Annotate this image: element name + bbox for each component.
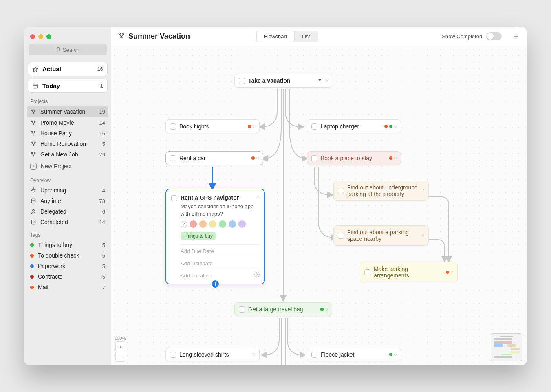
overview-count: 78 xyxy=(99,198,105,204)
tag-dot-icon xyxy=(320,308,324,311)
project-count: 29 xyxy=(99,152,105,158)
node-parking-nearby[interactable]: Find out about a parking space nearby xyxy=(333,225,429,246)
tag-dot-icon xyxy=(251,156,255,160)
node-travel-bag[interactable]: Get a large travel bag xyxy=(234,302,332,316)
checkbox-icon[interactable] xyxy=(338,233,344,239)
checkbox-icon[interactable] xyxy=(311,155,317,161)
node-shirts[interactable]: Long-sleeved shirts xyxy=(165,348,260,361)
node-label: Find out about underground parking at th… xyxy=(347,184,419,197)
minimap[interactable] xyxy=(491,333,522,361)
svg-point-25 xyxy=(119,33,121,34)
status-dot-icon xyxy=(423,189,424,192)
detail-note[interactable]: Maybe consider an iPhone app with offlin… xyxy=(181,203,259,217)
checkbox-icon[interactable] xyxy=(338,188,344,194)
star-icon xyxy=(32,66,38,72)
sidebar-tag-paperwork[interactable]: Paperwork 5 xyxy=(24,261,111,271)
location-icon xyxy=(317,77,322,84)
add-child-button[interactable]: + xyxy=(211,280,220,288)
nav-actual-label: Actual xyxy=(42,66,61,73)
svg-point-12 xyxy=(34,131,35,132)
checkbox-icon[interactable] xyxy=(239,78,245,84)
sidebar-item-upcoming[interactable]: Upcoming 4 xyxy=(24,185,111,196)
sidebar-tag-contracts[interactable]: Contracts 5 xyxy=(24,271,111,282)
checkbox-icon[interactable] xyxy=(364,269,370,275)
project-icon xyxy=(118,32,125,41)
sidebar-item-completed[interactable]: Completed 14 xyxy=(24,217,111,227)
project-label: House Party xyxy=(40,130,72,137)
view-flowchart-tab[interactable]: Flowchart xyxy=(257,31,294,42)
overview-count: 4 xyxy=(102,187,105,194)
svg-point-15 xyxy=(34,142,35,143)
overview-label: Completed xyxy=(40,219,68,225)
sidebar-tag-double-check[interactable]: To double check 5 xyxy=(24,250,111,261)
sidebar-item-home-renovation[interactable]: Home Renovation 5 xyxy=(24,139,111,149)
svg-marker-2 xyxy=(33,66,38,72)
sidebar-item-get-a-new-job[interactable]: Get a New Job 29 xyxy=(24,149,111,160)
add-location-field[interactable]: Add Location xyxy=(181,269,259,279)
color-orange-button[interactable] xyxy=(199,220,207,228)
search-input[interactable]: Search xyxy=(29,44,107,55)
nav-today[interactable]: Today 1 xyxy=(28,79,108,93)
node-take-a-vacation[interactable]: Take a vacation xyxy=(234,74,332,88)
checkbox-icon[interactable] xyxy=(170,352,176,358)
status-dot-icon xyxy=(394,353,397,356)
sidebar-item-house-party[interactable]: House Party 16 xyxy=(24,128,111,139)
sidebar-item-promo-movie[interactable]: Promo Movie 14 xyxy=(24,117,111,128)
gear-icon[interactable] xyxy=(253,271,260,280)
sidebar-item-anytime[interactable]: Anytime 78 xyxy=(24,196,111,206)
window-close-icon[interactable] xyxy=(30,34,35,39)
nav-actual-count: 16 xyxy=(97,66,103,72)
view-mode-toggle[interactable]: Flowchart List xyxy=(256,31,318,42)
window-zoom-icon[interactable] xyxy=(46,34,51,39)
show-completed-toggle[interactable]: Show Completed xyxy=(442,32,502,40)
window-minimize-icon[interactable] xyxy=(38,34,43,39)
zoom-in-button[interactable]: + xyxy=(115,341,125,351)
sidebar-tag-mail[interactable]: Mail 7 xyxy=(24,282,111,293)
zoom-out-button[interactable]: − xyxy=(115,352,125,362)
svg-point-9 xyxy=(34,121,35,122)
color-yellow-button[interactable] xyxy=(209,220,216,228)
svg-point-5 xyxy=(31,110,33,111)
color-none-icon[interactable]: ✓ xyxy=(181,221,187,227)
section-overview: Overview xyxy=(24,176,111,185)
checkbox-icon[interactable] xyxy=(170,123,176,130)
app-window: Search Actual 16 Today 1 Projects xyxy=(24,27,527,365)
svg-point-26 xyxy=(123,33,124,34)
svg-point-28 xyxy=(256,274,258,275)
new-project-button[interactable]: + New Project xyxy=(24,160,111,173)
checkbox-icon[interactable] xyxy=(311,352,317,358)
color-purple-button[interactable] xyxy=(238,220,246,228)
svg-point-13 xyxy=(33,134,34,135)
checkbox-icon[interactable] xyxy=(239,306,245,313)
tag-dot-icon xyxy=(30,275,34,279)
nav-actual[interactable]: Actual 16 xyxy=(28,62,108,76)
node-book-place[interactable]: Book a place to stay xyxy=(307,151,401,165)
sidebar-tag-things-to-buy[interactable]: Things to buy 5 xyxy=(24,240,111,250)
view-list-tab[interactable]: List xyxy=(294,31,317,42)
project-label: Home Renovation xyxy=(40,141,86,147)
toggle-switch-icon[interactable] xyxy=(486,32,502,40)
color-green-button[interactable] xyxy=(219,220,226,228)
checkbox-icon[interactable] xyxy=(170,155,176,161)
add-due-date-field[interactable]: Add Due Date xyxy=(181,244,259,254)
node-underground-parking[interactable]: Find out about underground parking at th… xyxy=(333,181,429,201)
add-button[interactable]: + xyxy=(511,31,520,42)
node-laptop-charger[interactable]: Laptop charger xyxy=(307,119,401,133)
color-palette: ✓ xyxy=(181,220,259,228)
add-delegate-field[interactable]: Add Delegate xyxy=(181,257,259,266)
sidebar-item-delegated[interactable]: Delegated 6 xyxy=(24,206,111,217)
checkbox-icon[interactable] xyxy=(171,195,177,201)
node-detail-card[interactable]: Rent a GPS navigator Maybe consider an i… xyxy=(165,189,265,284)
flowchart-canvas[interactable]: Take a vacation Book flights Laptop char… xyxy=(111,46,527,365)
sidebar-item-summer-vacation[interactable]: Summer Vacation 19 xyxy=(27,106,108,117)
node-rent-a-car[interactable]: Rent a car xyxy=(165,151,263,165)
node-book-flights[interactable]: Book flights xyxy=(165,119,260,133)
node-fleece[interactable]: Fleece jacket xyxy=(307,348,401,361)
checkbox-icon[interactable] xyxy=(311,123,317,130)
color-blue-button[interactable] xyxy=(229,220,236,228)
color-red-button[interactable] xyxy=(190,220,197,228)
detail-tag-chip[interactable]: Things to buy xyxy=(181,232,216,240)
svg-line-1 xyxy=(59,50,60,51)
svg-rect-3 xyxy=(33,84,37,88)
node-make-parking[interactable]: Make parking arrangements xyxy=(360,262,458,282)
